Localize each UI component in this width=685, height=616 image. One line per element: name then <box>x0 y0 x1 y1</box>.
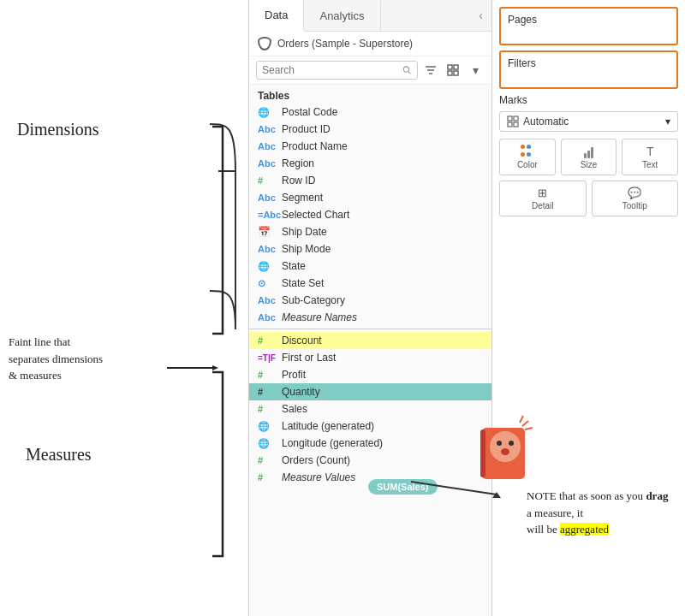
tooltip-button[interactable]: 💬 Tooltip <box>592 181 679 216</box>
svg-rect-13 <box>508 122 512 127</box>
svg-rect-12 <box>514 116 518 121</box>
field-longitude[interactable]: 🌐 Longitude (generated) <box>249 435 491 452</box>
field-first-or-last[interactable]: =T|F First or Last <box>249 349 491 366</box>
field-orders-count[interactable]: # Orders (Count) <box>249 452 491 469</box>
hash-icon-orders-count: # <box>258 455 282 465</box>
field-name-region: Region <box>282 157 314 169</box>
field-product-name[interactable]: Abc Product Name <box>249 138 491 155</box>
hash-icon-discount: # <box>258 335 282 346</box>
svg-line-24 <box>525 428 533 429</box>
field-segment[interactable]: Abc Segment <box>249 189 491 206</box>
filter-icon[interactable] <box>421 61 440 80</box>
abc-icon-ship-mode: Abc <box>258 244 282 254</box>
svg-rect-18 <box>480 429 485 477</box>
field-name-first-or-last: First or Last <box>282 352 336 364</box>
detail-icon: ⊞ <box>538 187 547 199</box>
marks-section: Marks Automatic ▾ <box>499 94 678 216</box>
marks-dropdown-icon <box>507 116 519 127</box>
field-product-id[interactable]: Abc Product ID <box>249 121 491 138</box>
datasource-row: Orders (Sample - Superstore) <box>249 32 491 56</box>
svg-rect-7 <box>448 65 452 69</box>
text-button[interactable]: T Text <box>622 139 678 175</box>
pages-title: Pages <box>508 14 670 26</box>
field-quantity[interactable]: # Quantity <box>249 383 491 400</box>
abc-icon-product-id: Abc <box>258 124 282 134</box>
abc-icon-segment: Abc <box>258 192 282 203</box>
svg-line-23 <box>522 421 528 426</box>
svg-point-19 <box>490 431 521 462</box>
field-name-measure-values: Measure Values <box>282 471 355 483</box>
hash-icon-quantity: # <box>258 387 282 397</box>
datasource-label: Orders (Sample - Superstore) <box>277 38 413 50</box>
size-button[interactable]: Size <box>561 139 617 175</box>
field-latitude[interactable]: 🌐 Latitude (generated) <box>249 418 491 435</box>
field-row-id[interactable]: # Row ID <box>249 172 491 189</box>
tab-bar: Data Analytics ‹ <box>249 0 491 32</box>
field-name-latitude: Latitude (generated) <box>282 420 374 432</box>
hash-icon-profit: # <box>258 370 282 380</box>
svg-line-3 <box>408 71 411 74</box>
tooltip-icon: 💬 <box>628 187 641 199</box>
dropdown-chevron: ▾ <box>665 116 670 127</box>
search-input[interactable] <box>262 64 400 76</box>
text-icon: T <box>646 145 654 158</box>
tab-close-icon[interactable]: ‹ <box>470 2 491 29</box>
dimensions-annotation: Dimensions <box>17 120 99 139</box>
search-wrapper[interactable] <box>256 61 418 80</box>
svg-line-25 <box>520 416 523 423</box>
filters-title: Filters <box>508 57 670 69</box>
abc-icon-sub-category: Abc <box>258 295 282 305</box>
field-ship-mode[interactable]: Abc Ship Mode <box>249 240 491 258</box>
field-name-selected-chart: Selected Chart <box>282 209 349 221</box>
field-name-postal: Postal Code <box>282 106 337 118</box>
marks-dropdown[interactable]: Automatic ▾ <box>499 111 678 132</box>
field-name-sales: Sales <box>282 403 307 415</box>
field-list: 🌐 Postal Code Abc Product ID Abc Product… <box>249 104 491 616</box>
field-state[interactable]: 🌐 State <box>249 258 491 275</box>
field-name-state-set: State Set <box>282 277 324 289</box>
dropdown-arrow-icon[interactable]: ▾ <box>466 61 485 80</box>
field-name-sub-category: Sub-Category <box>282 294 345 306</box>
field-selected-chart[interactable]: =Abc Selected Chart <box>249 206 491 223</box>
grid-view-icon[interactable] <box>444 61 462 80</box>
cartoon-character <box>475 411 535 479</box>
svg-rect-11 <box>508 116 512 121</box>
detail-button[interactable]: ⊞ Detail <box>499 181 587 216</box>
field-name-ship-mode: Ship Mode <box>282 243 331 255</box>
database-icon <box>258 37 271 50</box>
field-sub-category[interactable]: Abc Sub-Category <box>249 292 491 309</box>
search-row: ▾ <box>249 56 491 85</box>
field-postal-code[interactable]: 🌐 Postal Code <box>249 104 491 121</box>
field-name-profit: Profit <box>282 369 306 381</box>
tab-analytics[interactable]: Analytics <box>304 1 380 31</box>
field-sales[interactable]: # Sales <box>249 400 491 418</box>
field-name-quantity: Quantity <box>282 386 320 398</box>
svg-rect-10 <box>454 71 458 75</box>
field-name-row-id: Row ID <box>282 175 315 187</box>
field-measure-names[interactable]: Abc Measure Names <box>249 309 491 326</box>
abc-icon-selected-chart: =Abc <box>258 210 282 220</box>
abc-icon-region: Abc <box>258 158 282 169</box>
field-name-orders-count: Orders (Count) <box>282 454 350 466</box>
field-name-segment: Segment <box>282 192 323 204</box>
marks-buttons-row1: Color Size T Text <box>499 139 678 175</box>
marks-title: Marks <box>499 94 678 106</box>
svg-marker-1 <box>212 365 218 370</box>
tif-icon-first-last: =T|F <box>258 353 282 363</box>
globe-icon-longitude: 🌐 <box>258 438 282 449</box>
field-name-product-id: Product ID <box>282 123 331 135</box>
color-button[interactable]: Color <box>499 139 556 175</box>
svg-point-22 <box>501 448 509 455</box>
field-ship-date[interactable]: 📅 Ship Date <box>249 223 491 240</box>
hash-icon-sales: # <box>258 404 282 414</box>
sum-sales-badge: SUM(Sales) <box>368 479 438 495</box>
svg-point-21 <box>509 441 514 446</box>
field-discount[interactable]: # Discount <box>249 332 491 349</box>
tab-data[interactable]: Data <box>249 0 304 32</box>
size-icon <box>584 145 593 158</box>
field-name-discount: Discount <box>282 335 322 346</box>
field-profit[interactable]: # Profit <box>249 366 491 383</box>
field-state-set[interactable]: ⊙ State Set <box>249 275 491 292</box>
globe-icon-latitude: 🌐 <box>258 421 282 432</box>
field-region[interactable]: Abc Region <box>249 155 491 172</box>
